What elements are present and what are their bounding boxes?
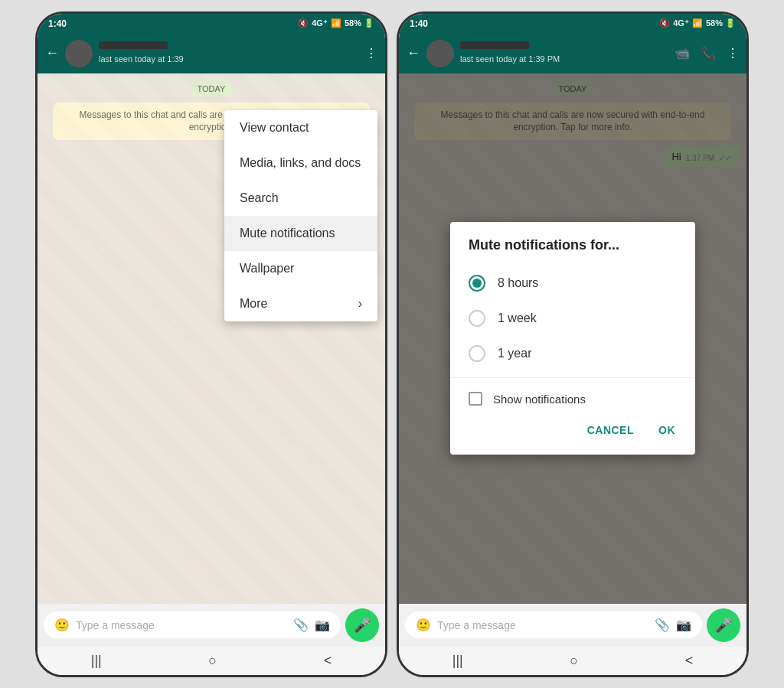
dialog-divider [450, 377, 695, 378]
nav-back-right[interactable]: < [685, 653, 694, 669]
show-notifications-row[interactable]: Show notifications [450, 384, 695, 416]
nav-recent-left[interactable]: ||| [91, 653, 102, 669]
input-placeholder-left[interactable]: Type a message [76, 619, 287, 631]
contact-info-right: last seen today at 1:39 PM [460, 41, 668, 65]
status-icons-left: 🔇 4G⁺ 📶 58% 🔋 [298, 18, 374, 28]
mute-icon-right: 🔇 [659, 18, 670, 28]
dialog-actions: CANCEL OK [450, 416, 695, 447]
nav-recent-right[interactable]: ||| [452, 653, 463, 669]
menu-item-search[interactable]: Search [224, 181, 377, 216]
contact-info-left: last seen today at 1:39 [99, 41, 359, 65]
right-phone: 1:40 🔇 4G⁺ 📶 58% 🔋 ← last seen today at … [397, 11, 749, 677]
back-button-left[interactable]: ← [45, 45, 59, 61]
camera-icon-left[interactable]: 📷 [315, 618, 330, 632]
message-input-wrap-right: 🙂 Type a message 📎 📷 [405, 611, 702, 638]
radio-1year[interactable]: 1 year [450, 336, 695, 371]
contact-name-right [460, 41, 529, 49]
menu-item-view-contact[interactable]: View contact [224, 110, 377, 145]
dropdown-menu: View contact Media, links, and docs Sear… [224, 110, 377, 321]
status-bar-left: 1:40 🔇 4G⁺ 📶 58% 🔋 [38, 14, 385, 34]
radio-label-8hours: 8 hours [498, 276, 538, 290]
emoji-icon-right[interactable]: 🙂 [416, 618, 431, 632]
radio-label-1week: 1 week [498, 311, 537, 325]
input-placeholder-right[interactable]: Type a message [437, 619, 648, 631]
input-bar-left: 🙂 Type a message 📎 📷 🎤 [38, 604, 385, 647]
camera-icon-right[interactable]: 📷 [676, 618, 691, 632]
menu-item-media[interactable]: Media, links, and docs [224, 145, 377, 181]
date-divider-left: TODAY [38, 81, 385, 95]
radio-outer-1week [469, 310, 485, 327]
menu-dots-right[interactable]: ⋮ [727, 46, 739, 60]
radio-8hours[interactable]: 8 hours [450, 266, 695, 301]
nav-bar-right: ||| ○ < [399, 647, 746, 675]
avatar-right [426, 40, 454, 67]
status-time-right: 1:40 [410, 18, 428, 29]
mic-button-left[interactable]: 🎤 [345, 608, 379, 642]
emoji-icon-left[interactable]: 🙂 [54, 618, 70, 632]
nav-home-right[interactable]: ○ [570, 653, 578, 669]
input-bar-right: 🙂 Type a message 📎 📷 🎤 [399, 604, 746, 647]
attach-icon-right[interactable]: 📎 [655, 618, 670, 632]
chat-body-right: TODAY Messages to this chat and calls ar… [399, 73, 746, 604]
menu-item-wallpaper[interactable]: Wallpaper [224, 251, 377, 286]
menu-item-more[interactable]: More › [224, 286, 377, 321]
dialog-title: Mute notifications for... [450, 237, 695, 266]
status-icons-right: 🔇 4G⁺ 📶 58% 🔋 [659, 18, 736, 28]
chat-header-left: ← last seen today at 1:39 ⋮ [38, 34, 385, 73]
radio-label-1year: 1 year [498, 347, 531, 360]
radio-outer-1year [469, 345, 485, 362]
show-notif-checkbox[interactable] [469, 392, 482, 406]
header-icons-right: 📹 📞 ⋮ [675, 46, 739, 60]
battery-left: 58% 🔋 [345, 18, 374, 28]
cancel-button[interactable]: CANCEL [583, 421, 639, 439]
status-bar-right: 1:40 🔇 4G⁺ 📶 58% 🔋 [399, 14, 746, 34]
ok-button[interactable]: OK [654, 421, 680, 439]
radio-inner-8hours [472, 279, 482, 288]
contact-status-right: last seen today at 1:39 PM [460, 54, 560, 64]
network-icon: 4G⁺ [312, 18, 328, 28]
nav-back-left[interactable]: < [324, 653, 332, 669]
back-button-right[interactable]: ← [407, 45, 420, 61]
radio-1week[interactable]: 1 week [450, 301, 695, 336]
mute-dialog: Mute notifications for... 8 hours 1 week… [450, 222, 695, 455]
status-time-left: 1:40 [48, 18, 67, 29]
header-icons-left: ⋮ [365, 46, 377, 60]
network-icon-right: 4G⁺ [673, 18, 689, 28]
menu-item-mute[interactable]: Mute notifications [224, 216, 377, 251]
chat-header-right: ← last seen today at 1:39 PM 📹 📞 ⋮ [399, 34, 746, 73]
chat-body-left: TODAY Messages to this chat and calls ar… [38, 73, 385, 604]
nav-home-left[interactable]: ○ [208, 653, 217, 669]
battery-right: 58% 🔋 [706, 18, 736, 28]
menu-dots-left[interactable]: ⋮ [365, 46, 377, 60]
message-input-wrap-left: 🙂 Type a message 📎 📷 [44, 611, 341, 638]
mute-icon: 🔇 [298, 18, 309, 28]
nav-bar-left: ||| ○ < [38, 647, 385, 675]
videocam-icon[interactable]: 📹 [675, 46, 690, 60]
signal-icon-right: 📶 [692, 18, 703, 28]
contact-name-left [99, 41, 168, 49]
left-phone: 1:40 🔇 4G⁺ 📶 58% 🔋 ← last seen today at … [35, 11, 387, 677]
radio-outer-8hours [469, 275, 485, 292]
contact-status-left: last seen today at 1:39 [99, 54, 184, 64]
avatar-left [65, 40, 93, 67]
phone-icon[interactable]: 📞 [701, 46, 716, 60]
show-notif-label: Show notifications [493, 393, 586, 406]
attach-icon-left[interactable]: 📎 [293, 618, 309, 632]
more-arrow-icon: › [358, 297, 362, 311]
mic-button-right[interactable]: 🎤 [707, 608, 740, 642]
signal-icon: 📶 [331, 18, 341, 28]
